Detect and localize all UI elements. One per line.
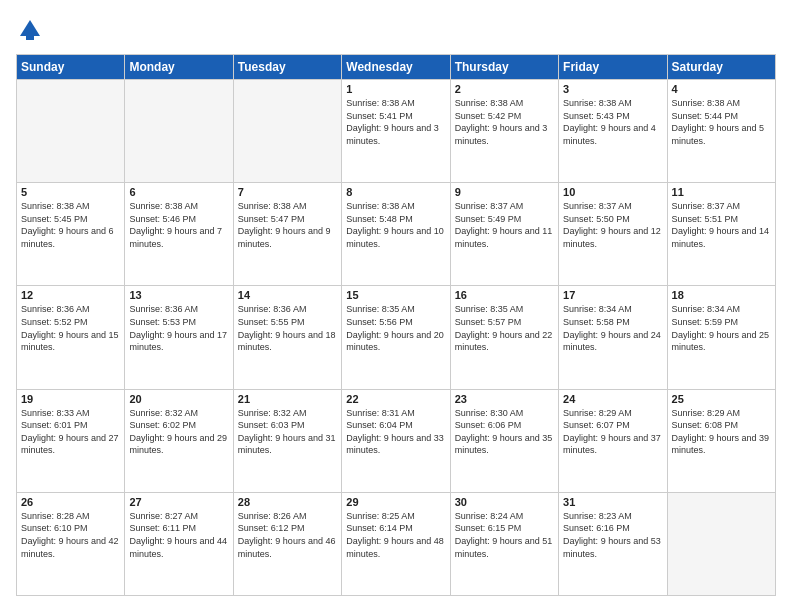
day-info: Sunrise: 8:37 AMSunset: 5:50 PMDaylight:… [563,200,662,250]
day-number: 30 [455,496,554,508]
day-info: Sunrise: 8:36 AMSunset: 5:55 PMDaylight:… [238,303,337,353]
calendar-cell: 16Sunrise: 8:35 AMSunset: 5:57 PMDayligh… [450,286,558,389]
calendar-week-row: 19Sunrise: 8:33 AMSunset: 6:01 PMDayligh… [17,389,776,492]
day-info: Sunrise: 8:31 AMSunset: 6:04 PMDaylight:… [346,407,445,457]
calendar-cell: 24Sunrise: 8:29 AMSunset: 6:07 PMDayligh… [559,389,667,492]
day-info: Sunrise: 8:38 AMSunset: 5:47 PMDaylight:… [238,200,337,250]
svg-rect-1 [26,30,34,40]
calendar-cell: 22Sunrise: 8:31 AMSunset: 6:04 PMDayligh… [342,389,450,492]
day-number: 7 [238,186,337,198]
day-number: 13 [129,289,228,301]
calendar-cell: 25Sunrise: 8:29 AMSunset: 6:08 PMDayligh… [667,389,775,492]
day-info: Sunrise: 8:38 AMSunset: 5:45 PMDaylight:… [21,200,120,250]
weekday-header: Saturday [667,55,775,80]
calendar-cell: 4Sunrise: 8:38 AMSunset: 5:44 PMDaylight… [667,80,775,183]
calendar-cell [17,80,125,183]
day-info: Sunrise: 8:37 AMSunset: 5:49 PMDaylight:… [455,200,554,250]
day-number: 29 [346,496,445,508]
day-info: Sunrise: 8:37 AMSunset: 5:51 PMDaylight:… [672,200,771,250]
day-info: Sunrise: 8:36 AMSunset: 5:52 PMDaylight:… [21,303,120,353]
calendar-week-row: 12Sunrise: 8:36 AMSunset: 5:52 PMDayligh… [17,286,776,389]
day-info: Sunrise: 8:38 AMSunset: 5:43 PMDaylight:… [563,97,662,147]
calendar-cell: 6Sunrise: 8:38 AMSunset: 5:46 PMDaylight… [125,183,233,286]
day-number: 10 [563,186,662,198]
day-info: Sunrise: 8:23 AMSunset: 6:16 PMDaylight:… [563,510,662,560]
calendar-cell: 11Sunrise: 8:37 AMSunset: 5:51 PMDayligh… [667,183,775,286]
calendar-cell: 9Sunrise: 8:37 AMSunset: 5:49 PMDaylight… [450,183,558,286]
calendar-table: SundayMondayTuesdayWednesdayThursdayFrid… [16,54,776,596]
calendar-cell: 15Sunrise: 8:35 AMSunset: 5:56 PMDayligh… [342,286,450,389]
day-info: Sunrise: 8:34 AMSunset: 5:58 PMDaylight:… [563,303,662,353]
calendar-cell: 13Sunrise: 8:36 AMSunset: 5:53 PMDayligh… [125,286,233,389]
calendar-cell: 28Sunrise: 8:26 AMSunset: 6:12 PMDayligh… [233,492,341,595]
day-number: 18 [672,289,771,301]
calendar-cell: 7Sunrise: 8:38 AMSunset: 5:47 PMDaylight… [233,183,341,286]
day-info: Sunrise: 8:38 AMSunset: 5:42 PMDaylight:… [455,97,554,147]
day-info: Sunrise: 8:38 AMSunset: 5:44 PMDaylight:… [672,97,771,147]
day-info: Sunrise: 8:25 AMSunset: 6:14 PMDaylight:… [346,510,445,560]
calendar-cell: 21Sunrise: 8:32 AMSunset: 6:03 PMDayligh… [233,389,341,492]
header [16,16,776,44]
calendar-cell: 17Sunrise: 8:34 AMSunset: 5:58 PMDayligh… [559,286,667,389]
day-info: Sunrise: 8:32 AMSunset: 6:02 PMDaylight:… [129,407,228,457]
day-number: 11 [672,186,771,198]
day-number: 17 [563,289,662,301]
day-number: 22 [346,393,445,405]
page: SundayMondayTuesdayWednesdayThursdayFrid… [0,0,792,612]
day-number: 1 [346,83,445,95]
day-number: 31 [563,496,662,508]
day-info: Sunrise: 8:32 AMSunset: 6:03 PMDaylight:… [238,407,337,457]
calendar-cell: 12Sunrise: 8:36 AMSunset: 5:52 PMDayligh… [17,286,125,389]
weekday-header: Thursday [450,55,558,80]
day-info: Sunrise: 8:26 AMSunset: 6:12 PMDaylight:… [238,510,337,560]
calendar-cell: 14Sunrise: 8:36 AMSunset: 5:55 PMDayligh… [233,286,341,389]
day-number: 8 [346,186,445,198]
calendar-week-row: 1Sunrise: 8:38 AMSunset: 5:41 PMDaylight… [17,80,776,183]
calendar-cell: 1Sunrise: 8:38 AMSunset: 5:41 PMDaylight… [342,80,450,183]
calendar-cell: 29Sunrise: 8:25 AMSunset: 6:14 PMDayligh… [342,492,450,595]
day-number: 23 [455,393,554,405]
day-number: 25 [672,393,771,405]
logo [16,16,48,44]
calendar-cell [233,80,341,183]
day-info: Sunrise: 8:33 AMSunset: 6:01 PMDaylight:… [21,407,120,457]
day-number: 21 [238,393,337,405]
day-number: 12 [21,289,120,301]
day-info: Sunrise: 8:38 AMSunset: 5:41 PMDaylight:… [346,97,445,147]
logo-icon [16,16,44,44]
calendar-week-row: 5Sunrise: 8:38 AMSunset: 5:45 PMDaylight… [17,183,776,286]
day-info: Sunrise: 8:36 AMSunset: 5:53 PMDaylight:… [129,303,228,353]
day-number: 3 [563,83,662,95]
day-number: 15 [346,289,445,301]
day-number: 16 [455,289,554,301]
day-info: Sunrise: 8:28 AMSunset: 6:10 PMDaylight:… [21,510,120,560]
weekday-header: Tuesday [233,55,341,80]
calendar-cell: 20Sunrise: 8:32 AMSunset: 6:02 PMDayligh… [125,389,233,492]
header-row: SundayMondayTuesdayWednesdayThursdayFrid… [17,55,776,80]
day-info: Sunrise: 8:27 AMSunset: 6:11 PMDaylight:… [129,510,228,560]
weekday-header: Sunday [17,55,125,80]
day-number: 19 [21,393,120,405]
calendar-week-row: 26Sunrise: 8:28 AMSunset: 6:10 PMDayligh… [17,492,776,595]
day-number: 6 [129,186,228,198]
day-number: 2 [455,83,554,95]
weekday-header: Wednesday [342,55,450,80]
calendar-cell: 10Sunrise: 8:37 AMSunset: 5:50 PMDayligh… [559,183,667,286]
weekday-header: Friday [559,55,667,80]
calendar-cell: 26Sunrise: 8:28 AMSunset: 6:10 PMDayligh… [17,492,125,595]
day-number: 27 [129,496,228,508]
day-info: Sunrise: 8:34 AMSunset: 5:59 PMDaylight:… [672,303,771,353]
day-info: Sunrise: 8:30 AMSunset: 6:06 PMDaylight:… [455,407,554,457]
calendar-cell: 27Sunrise: 8:27 AMSunset: 6:11 PMDayligh… [125,492,233,595]
day-info: Sunrise: 8:35 AMSunset: 5:56 PMDaylight:… [346,303,445,353]
day-number: 14 [238,289,337,301]
calendar-cell: 30Sunrise: 8:24 AMSunset: 6:15 PMDayligh… [450,492,558,595]
day-info: Sunrise: 8:24 AMSunset: 6:15 PMDaylight:… [455,510,554,560]
day-number: 5 [21,186,120,198]
day-number: 26 [21,496,120,508]
day-number: 24 [563,393,662,405]
day-number: 9 [455,186,554,198]
calendar-cell: 18Sunrise: 8:34 AMSunset: 5:59 PMDayligh… [667,286,775,389]
calendar-cell: 31Sunrise: 8:23 AMSunset: 6:16 PMDayligh… [559,492,667,595]
day-info: Sunrise: 8:35 AMSunset: 5:57 PMDaylight:… [455,303,554,353]
